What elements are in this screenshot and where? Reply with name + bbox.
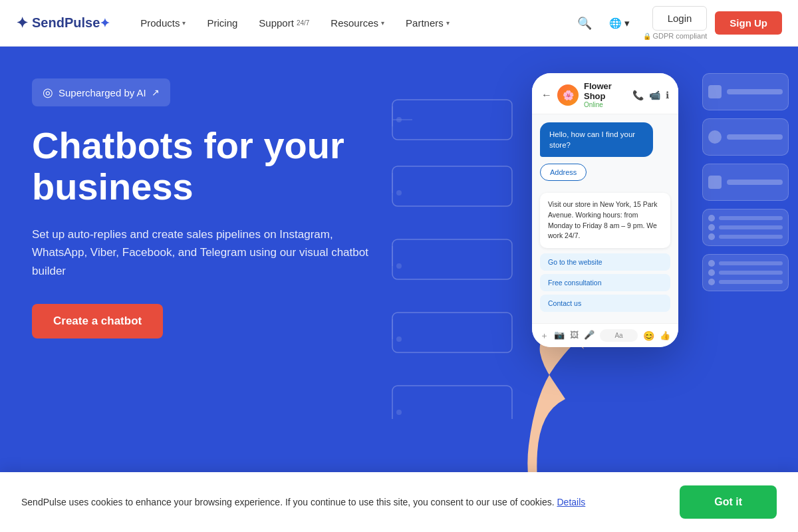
nav-products[interactable]: Products ▾ — [131, 12, 195, 34]
bot-message: Hello, how can I find your store? — [540, 122, 653, 157]
support-badge: 24/7 — [297, 19, 309, 27]
hero-section: ◎ Supercharged by AI ↗ Chatbots for your… — [0, 47, 798, 532]
nav-support[interactable]: Support24/7 — [249, 12, 319, 34]
info-icon[interactable]: ℹ — [666, 90, 669, 100]
login-button[interactable]: Login — [652, 6, 708, 31]
video-call-icon[interactable]: 📹 — [649, 90, 660, 100]
mic-icon[interactable]: 🎤 — [584, 330, 595, 342]
cookie-details-link[interactable]: Details — [557, 497, 585, 507]
consultation-button[interactable]: Free consultation — [540, 274, 670, 291]
search-icon: 🔍 — [577, 16, 592, 31]
back-icon[interactable]: ← — [541, 89, 552, 101]
cookie-text: SendPulse uses cookies to enhance your b… — [21, 495, 585, 509]
emoji-icon[interactable]: 😊 — [643, 331, 654, 341]
cookie-accept-button[interactable]: Got it — [680, 485, 777, 519]
lang-arrow-icon: ▾ — [624, 17, 630, 29]
nav-partners[interactable]: Partners ▾ — [396, 12, 459, 34]
phone-call-icon[interactable]: 📞 — [632, 90, 644, 100]
products-arrow-icon: ▾ — [182, 19, 186, 27]
contact-status: Online — [584, 101, 627, 108]
phone-with-hand: ← 🌸 Flower Shop Online 📞 📹 ℹ Hello, how … — [492, 60, 745, 446]
hero-content: ◎ Supercharged by AI ↗ Chatbots for your… — [32, 78, 418, 338]
camera-icon[interactable]: 📷 — [554, 330, 565, 342]
phone-footer-icons: ＋ 📷 🖼 🎤 — [540, 330, 595, 342]
like-icon[interactable]: 👍 — [660, 331, 670, 340]
nav-resources[interactable]: Resources ▾ — [321, 12, 394, 34]
gdpr-label: GDPR compliant — [652, 32, 707, 40]
ai-icon: ◎ — [43, 85, 53, 100]
resources-arrow-icon: ▾ — [381, 19, 384, 27]
external-link-icon: ↗ — [152, 87, 160, 98]
language-selector[interactable]: 🌐 ▾ — [604, 13, 635, 33]
brand-name: SendPulse — [32, 15, 100, 31]
image-icon[interactable]: 🖼 — [570, 330, 579, 342]
nav-right: 🔍 🌐 ▾ Login 🔒 GDPR compliant Sign Up — [573, 6, 782, 40]
store-info: Visit our store in New York, 15 Park Ave… — [540, 193, 670, 248]
logo[interactable]: ✦ SendPulse ✦ — [16, 15, 110, 32]
globe-icon: 🌐 — [609, 17, 622, 29]
contact-button[interactable]: Contact us — [540, 295, 670, 312]
contact-name: Flower Shop — [584, 81, 627, 101]
svg-point-14 — [396, 410, 402, 415]
contact-avatar: 🌸 — [557, 84, 579, 106]
navbar: ✦ SendPulse ✦ Products ▾ Pricing Support… — [0, 0, 798, 47]
phone-header: ← 🌸 Flower Shop Online 📞 📹 ℹ — [532, 73, 678, 114]
address-button[interactable]: Address — [540, 164, 587, 181]
phone-footer: ＋ 📷 🖼 🎤 Aa 😊 👍 — [532, 323, 678, 347]
chat-input[interactable]: Aa — [600, 329, 638, 342]
hero-title: Chatbots for your business — [32, 125, 418, 207]
nav-pricing[interactable]: Pricing — [198, 12, 247, 34]
hero-subtitle: Set up auto-replies and create sales pip… — [32, 225, 378, 280]
ai-badge-text: Supercharged by AI — [59, 87, 146, 98]
phone-mockup: ← 🌸 Flower Shop Online 📞 📹 ℹ Hello, how … — [532, 73, 678, 347]
phone-header-icons: 📞 📹 ℹ — [632, 90, 669, 100]
lock-icon: 🔒 — [643, 33, 651, 40]
logo-decoration: ✦ — [100, 16, 110, 31]
contact-info: Flower Shop Online — [584, 81, 627, 108]
ai-badge[interactable]: ◎ Supercharged by AI ↗ — [32, 78, 170, 106]
logo-icon: ✦ — [16, 15, 28, 32]
add-icon[interactable]: ＋ — [540, 330, 549, 342]
hero-title-line1: Chatbots for your — [32, 124, 344, 166]
phone-chat-body: Hello, how can I find your store? Addres… — [532, 114, 678, 323]
hero-title-line2: business — [32, 166, 194, 207]
partners-arrow-icon: ▾ — [446, 19, 450, 27]
search-button[interactable]: 🔍 — [573, 12, 596, 35]
cookie-banner: SendPulse uses cookies to enhance your b… — [0, 472, 798, 532]
signup-button[interactable]: Sign Up — [715, 11, 782, 35]
nav-links: Products ▾ Pricing Support24/7 Resources… — [131, 12, 573, 34]
website-button[interactable]: Go to the website — [540, 253, 670, 271]
create-chatbot-button[interactable]: Create a chatbot — [32, 304, 163, 338]
